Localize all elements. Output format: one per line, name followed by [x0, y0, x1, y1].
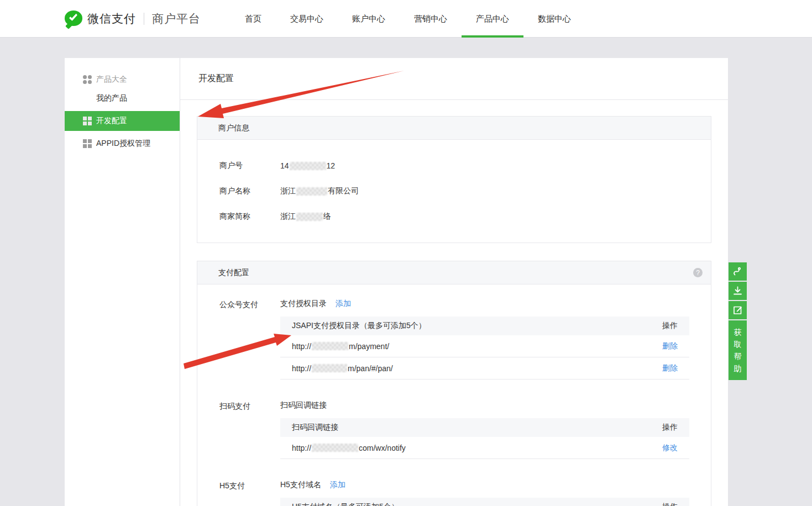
sidebar-item-product-catalog[interactable]: 产品大全: [65, 70, 180, 89]
jsapi-auth-dir-subrow: 支付授权目录 添加: [280, 299, 689, 309]
sidebar-item-my-products[interactable]: 我的产品: [65, 89, 180, 108]
link-icon[interactable]: [729, 262, 747, 281]
nav-item-transaction-center[interactable]: 交易中心: [276, 0, 338, 38]
h5-domain-label: H5支付域名: [280, 480, 321, 490]
scan-callback-table: 扫码回调链接 操作 http://com/wx/notify 修改: [280, 418, 689, 459]
scan-pay-group: 扫码支付 扫码回调链接 扫码回调链接 操作 ht: [219, 400, 711, 459]
h5-domain-table: H5支付域名（最多可添加5个） 操作 dia.com 删除: [280, 498, 689, 506]
delete-link[interactable]: 删除: [662, 363, 678, 373]
question-icon[interactable]: ?: [693, 268, 703, 277]
delete-link[interactable]: 删除: [662, 341, 678, 351]
merchant-name-row: 商户名称 浙江有限公司: [219, 178, 694, 204]
grid-icon: [83, 117, 92, 125]
sidebar-item-dev-config[interactable]: 开发配置: [65, 111, 180, 131]
table-row: http://m/pan/#/pan/ 删除: [280, 357, 689, 380]
merchant-name-value: 浙江有限公司: [280, 186, 359, 196]
logo[interactable]: 微信支付 商户平台: [65, 0, 201, 38]
merchant-shortname-value: 浙江络: [280, 212, 331, 222]
merchant-info-header: 商户信息: [197, 117, 711, 140]
wechat-pay-merchant-platform: 微信支付 商户平台 首页 交易中心 账户中心 营销中心 产品中心 数据中心 产品…: [0, 0, 812, 506]
censored-blur: [290, 162, 326, 170]
edit-icon[interactable]: [729, 301, 747, 319]
merchant-id-row: 商户号 1412: [219, 153, 694, 178]
merchant-id-label: 商户号: [219, 161, 280, 171]
jsapi-auth-dir-label: 支付授权目录: [280, 299, 327, 309]
top-nav: 首页 交易中心 账户中心 营销中心 产品中心 数据中心: [230, 0, 585, 38]
table-header-title: 扫码回调链接: [292, 423, 338, 433]
merchant-info-section: 商户信息 商户号 1412 商户名称 浙江有限公司 商家简称: [197, 116, 711, 243]
add-auth-dir-link[interactable]: 添加: [336, 299, 351, 309]
scan-pay-label: 扫码支付: [219, 400, 280, 459]
active-tab-underline: [462, 35, 523, 38]
payment-config-body: 公众号支付 支付授权目录 添加 JSAPI支付授权目录（最多可添加5个） 操作: [197, 284, 711, 506]
merchant-shortname-label: 商家简称: [219, 212, 280, 222]
grid-icon: [83, 139, 92, 148]
sidebar: 产品大全 我的产品 开发配置 APPID授权管理: [65, 58, 180, 506]
download-icon[interactable]: [729, 282, 747, 300]
payment-config-section: 支付配置 ? 公众号支付 支付授权目录 添加 JSAPI支付授权目录（最多可添加: [197, 261, 711, 506]
table-header-row: JSAPI支付授权目录（最多可添加5个） 操作: [280, 317, 689, 335]
table-header-title: JSAPI支付授权目录（最多可添加5个）: [292, 321, 426, 331]
table-row: http://com/wx/notify 修改: [280, 437, 689, 459]
merchant-id-value: 1412: [280, 161, 335, 170]
brand-product: 商户平台: [152, 11, 201, 27]
modify-link[interactable]: 修改: [662, 443, 678, 453]
scan-callback-subrow: 扫码回调链接: [280, 400, 689, 410]
jsapi-pay-group: 公众号支付 支付授权目录 添加 JSAPI支付授权目录（最多可添加5个） 操作: [219, 299, 711, 380]
merchant-shortname-row: 商家简称 浙江络: [219, 204, 694, 229]
brand-divider: [144, 13, 144, 25]
table-header-action: 操作: [662, 502, 678, 506]
scan-callback-label: 扫码回调链接: [280, 400, 327, 410]
get-help-button[interactable]: 获取帮助: [729, 320, 747, 380]
auth-dir-url: http://m/payment/: [292, 342, 389, 351]
censored-blur: [312, 342, 348, 350]
censored-blur: [312, 364, 347, 372]
payment-config-header: 支付配置 ?: [197, 261, 711, 284]
wechat-pay-logo-icon: [65, 10, 82, 27]
table-header-title: H5支付域名（最多可添加5个）: [292, 502, 399, 506]
nav-item-home[interactable]: 首页: [230, 0, 276, 38]
censored-blur: [296, 213, 323, 221]
nav-item-data-center[interactable]: 数据中心: [523, 0, 585, 38]
jsapi-auth-dir-table: JSAPI支付授权目录（最多可添加5个） 操作 http://m/payment…: [280, 317, 689, 380]
float-toolbar: 获取帮助: [729, 262, 747, 380]
callback-url: http://com/wx/notify: [292, 444, 406, 452]
h5-pay-group: H5支付 H5支付域名 添加 H5支付域名（最多可添加5个） 操作: [219, 480, 711, 506]
merchant-name-label: 商户名称: [219, 186, 280, 196]
add-h5-domain-link[interactable]: 添加: [330, 480, 345, 490]
main-panel: 开发配置 商户信息 商户号 1412 商户名称 浙江有限公司: [180, 58, 728, 506]
merchant-info-body: 商户号 1412 商户名称 浙江有限公司 商家简称 浙江络: [197, 140, 711, 243]
table-header-row: 扫码回调链接 操作: [280, 418, 689, 437]
nav-item-marketing-center[interactable]: 营销中心: [400, 0, 462, 38]
censored-blur: [312, 444, 358, 452]
top-header: 微信支付 商户平台 首页 交易中心 账户中心 营销中心 产品中心 数据中心: [0, 0, 812, 38]
table-header-row: H5支付域名（最多可添加5个） 操作: [280, 498, 689, 506]
h5-domain-subrow: H5支付域名 添加: [280, 480, 689, 490]
nav-item-account-center[interactable]: 账户中心: [338, 0, 400, 38]
censored-blur: [296, 187, 327, 196]
jsapi-pay-label: 公众号支付: [219, 299, 280, 380]
table-header-action: 操作: [662, 423, 678, 433]
table-row: http://m/payment/ 删除: [280, 335, 689, 357]
page-title-row: 开发配置: [180, 58, 728, 100]
grid-dots-icon: [83, 75, 92, 84]
nav-item-product-center[interactable]: 产品中心: [462, 0, 523, 38]
get-help-label: 获取帮助: [734, 326, 742, 375]
auth-dir-url: http://m/pan/#/pan/: [292, 364, 393, 373]
sidebar-item-appid-auth[interactable]: APPID授权管理: [65, 134, 180, 153]
table-header-action: 操作: [662, 321, 678, 331]
page-title: 开发配置: [198, 73, 234, 85]
brand-name: 微信支付: [87, 11, 136, 27]
h5-pay-label: H5支付: [219, 480, 280, 506]
